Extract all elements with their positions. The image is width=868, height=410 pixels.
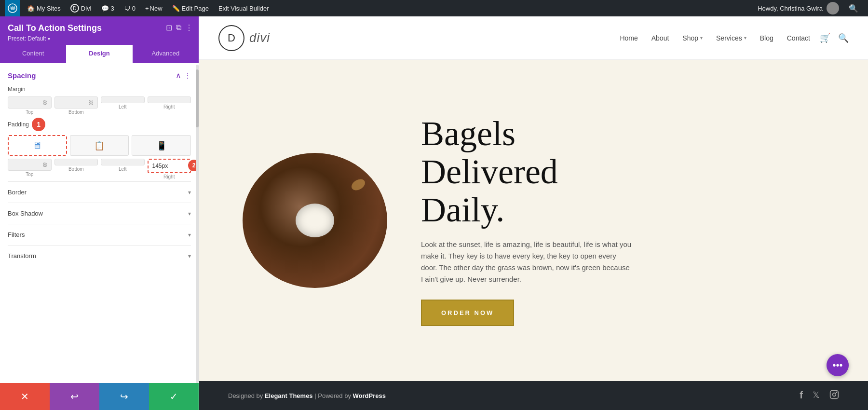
twitter-icon[interactable]: 𝕏 (813, 390, 820, 402)
hero-content: BagelsDeliveredDaily. Look at the sunset… (421, 115, 829, 327)
save-button[interactable]: ✓ (149, 383, 199, 410)
svg-rect-2 (830, 390, 839, 398)
hero-title: BagelsDeliveredDaily. (421, 115, 829, 230)
mysites-menu[interactable]: 🏠 My Sites (22, 0, 66, 16)
section-menu-icon[interactable]: ⋮ (184, 72, 191, 80)
nav-contact[interactable]: Contact (787, 34, 810, 42)
border-section: Border ▾ (8, 181, 191, 203)
order-now-button[interactable]: ORDER NOW (421, 300, 514, 326)
desktop-icon: 🖥 (32, 140, 42, 151)
padding-top-input[interactable]: ⛓ (8, 159, 52, 171)
nav-home[interactable]: Home (620, 34, 637, 42)
desktop-device-btn[interactable]: 🖥 (8, 135, 67, 156)
padding-right-input[interactable]: 145px (148, 159, 191, 173)
expand-icon[interactable]: ⧉ (176, 23, 181, 32)
padding-bottom-cell: Bottom (54, 159, 98, 179)
plus-icon: + (145, 5, 149, 12)
margin-left-label: Left (119, 104, 127, 109)
mobile-icon: 📱 (156, 140, 167, 151)
box-shadow-arrow: ▾ (188, 210, 191, 217)
margin-bottom-label: Bottom (68, 109, 84, 115)
nav-blog[interactable]: Blog (760, 34, 773, 42)
settings-panel: Call To Action Settings Preset: Default … (0, 16, 199, 410)
padding-right-cell: 145px Right 2 (148, 159, 191, 179)
margin-bottom-input[interactable]: ⛓ (54, 96, 98, 109)
nav-shop[interactable]: Shop ▾ (682, 34, 703, 42)
scrollbar-track[interactable] (196, 65, 199, 383)
padding-left-input[interactable] (101, 159, 145, 165)
site-footer: Designed by Elegant Themes | Powered by … (199, 381, 868, 410)
badge-1: 1 (32, 118, 45, 131)
border-header[interactable]: Border ▾ (8, 189, 191, 196)
tab-content[interactable]: Content (0, 45, 66, 63)
filters-section: Filters ▾ (8, 224, 191, 245)
instagram-icon[interactable] (829, 390, 839, 402)
preset-dropdown-arrow: ▾ (48, 36, 50, 41)
tablet-icon: 📋 (94, 140, 105, 151)
nav-services[interactable]: Services ▾ (716, 34, 746, 42)
transform-header[interactable]: Transform ▾ (8, 252, 191, 260)
panel-content: Spacing ∧ ⋮ Margin ⛓ Top (0, 63, 199, 383)
collapse-icon[interactable]: ∧ (176, 71, 181, 80)
messages-menu[interactable]: 🗨 0 (119, 0, 140, 16)
tab-design[interactable]: Design (66, 45, 132, 63)
margin-left-input[interactable] (101, 96, 145, 103)
minimize-icon[interactable]: ⊡ (166, 23, 172, 32)
border-arrow: ▾ (188, 189, 191, 196)
margin-inputs: ⛓ Top ⛓ Bottom Left (8, 96, 191, 115)
margin-right-input[interactable] (148, 96, 191, 103)
new-menu[interactable]: + New (140, 0, 167, 16)
facebook-icon[interactable]: f (800, 390, 803, 402)
tab-advanced[interactable]: Advanced (133, 45, 199, 63)
border-title: Border (8, 189, 27, 196)
logo-text: divi (249, 30, 270, 45)
divi-menu[interactable]: D Divi (66, 0, 96, 16)
action-bar: ✕ ↩ ↪ ✓ (0, 383, 199, 410)
scrollbar-thumb[interactable] (196, 69, 199, 127)
edit-page-btn[interactable]: ✏️ Edit Page (167, 0, 214, 16)
padding-bottom-input[interactable] (54, 159, 98, 165)
panel-tabs: Content Design Advanced (0, 45, 199, 63)
bagel-image (243, 153, 387, 288)
padding-top-cell: ⛓ Top (8, 159, 52, 179)
transform-arrow: ▾ (188, 253, 191, 260)
redo-button[interactable]: ↪ (99, 383, 149, 410)
hero-image-area (238, 153, 392, 288)
filters-header[interactable]: Filters ▾ (8, 231, 191, 238)
comments-menu[interactable]: 💬 3 (96, 0, 119, 16)
hero-section: BagelsDeliveredDaily. Look at the sunset… (199, 60, 868, 381)
site-menu: Home About Shop ▾ Services ▾ Blog Contac (620, 34, 810, 42)
undo-button[interactable]: ↩ (50, 383, 99, 410)
nav-about[interactable]: About (651, 34, 669, 42)
footer-social-icons: f 𝕏 (800, 390, 839, 402)
section-controls: ∧ ⋮ (176, 71, 191, 80)
cancel-button[interactable]: ✕ (0, 383, 50, 410)
tablet-device-btn[interactable]: 📋 (70, 135, 129, 156)
floating-options-button[interactable]: ••• (827, 354, 849, 376)
margin-label: Margin (8, 86, 191, 93)
more-options-icon[interactable]: ⋮ (185, 23, 193, 32)
margin-top-cell: ⛓ Top (8, 96, 52, 115)
box-shadow-section: Box Shadow ▾ (8, 203, 191, 224)
margin-top-input[interactable]: ⛓ (8, 96, 52, 109)
transform-section: Transform ▾ (8, 245, 191, 266)
exit-visual-builder-btn[interactable]: Exit Visual Builder (214, 0, 274, 16)
padding-left-label: Left (119, 166, 127, 172)
comment-icon: 💬 (101, 5, 109, 12)
transform-title: Transform (8, 252, 36, 260)
admin-search-icon[interactable]: 🔍 (844, 4, 863, 13)
cart-icon[interactable]: 🛒 (820, 33, 830, 43)
site-logo: D divi (218, 25, 270, 51)
margin-bottom-cell: ⛓ Bottom (54, 96, 98, 115)
wp-logo[interactable]: W (5, 0, 20, 16)
link-icon: ⛓ (42, 100, 47, 105)
padding-inputs: ⛓ Top Bottom Left (8, 159, 191, 179)
box-shadow-header[interactable]: Box Shadow ▾ (8, 210, 191, 217)
panel-preset[interactable]: Preset: Default ▾ (8, 35, 191, 42)
site-navigation: D divi Home About Shop ▾ Services ▾ (199, 16, 868, 60)
mobile-device-btn[interactable]: 📱 (132, 135, 191, 156)
user-menu[interactable]: Howdy, Christina Gwira (753, 2, 844, 14)
search-icon[interactable]: 🔍 (838, 33, 849, 43)
filters-title: Filters (8, 231, 25, 238)
message-icon: 🗨 (124, 5, 130, 12)
